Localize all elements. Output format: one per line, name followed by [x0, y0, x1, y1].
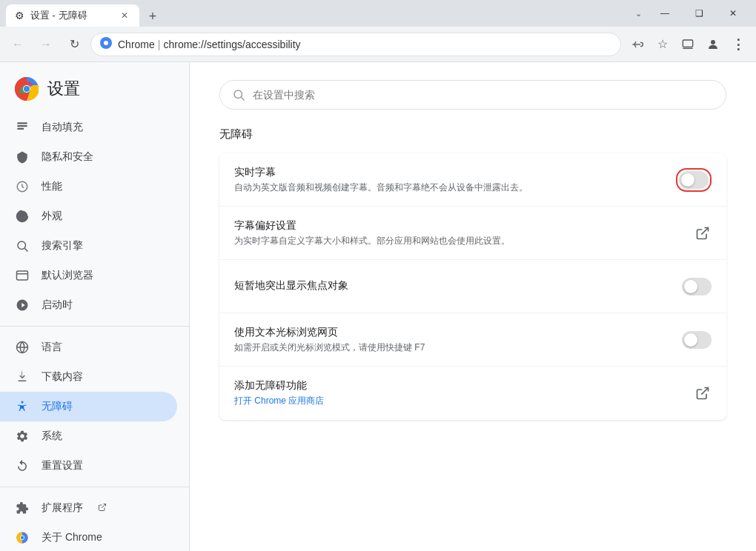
svg-rect-14: [17, 271, 28, 280]
svg-line-25: [701, 388, 708, 395]
chrome-logo: [15, 77, 39, 101]
navbar: ← → ↻ Chrome|chrome://settings/accessibi…: [0, 27, 756, 62]
tab-favicon: ⚙: [15, 10, 24, 21]
sidebar-item-language[interactable]: 语言: [0, 333, 177, 362]
setting-info-captions: 实时字幕 自动为英文版音频和视频创建字幕。音频和字幕绝不会从设备中泄露出去。: [234, 166, 676, 194]
setting-info-add-accessibility: 添加无障碍功能 打开 Chrome 应用商店: [234, 379, 694, 407]
minimize-button[interactable]: —: [648, 0, 682, 27]
sidebar-item-startup[interactable]: 启动时: [0, 290, 177, 320]
sidebar-item-reset[interactable]: 重置设置: [0, 451, 177, 481]
window-controls: ⌄ — ❑ ✕: [635, 0, 750, 27]
sidebar-item-appearance[interactable]: 外观: [0, 201, 177, 231]
svg-point-21: [21, 536, 24, 540]
setting-name-add-accessibility: 添加无障碍功能: [234, 379, 694, 393]
sidebar-item-accessibility[interactable]: 无障碍: [0, 392, 177, 421]
sidebar-item-extensions[interactable]: 扩展程序: [0, 493, 177, 523]
sidebar-item-search[interactable]: 搜索引擎: [0, 231, 177, 261]
sidebar-label-system: 系统: [42, 430, 62, 443]
captions-toggle[interactable]: [679, 171, 709, 189]
tab-search-button[interactable]: [676, 33, 700, 56]
refresh-button[interactable]: ↻: [62, 33, 86, 56]
accessibility-icon: [15, 399, 30, 414]
address-bar[interactable]: Chrome|chrome://settings/accessibility: [90, 33, 621, 56]
setting-desc-add-accessibility[interactable]: 打开 Chrome 应用商店: [234, 394, 694, 407]
address-favicon: [100, 37, 112, 52]
captions-toggle-highlight: [676, 168, 712, 192]
share-button[interactable]: [626, 33, 649, 56]
setting-name-caption-prefs: 字幕偏好设置: [234, 219, 694, 233]
nav-actions: ☆ ⋮: [626, 33, 750, 56]
setting-info-caption-prefs: 字幕偏好设置 为实时字幕自定义字幕大小和样式。部分应用和网站也会使用此设置。: [234, 219, 694, 247]
address-url: chrome://settings/accessibility: [163, 39, 300, 50]
svg-line-18: [102, 504, 106, 508]
add-accessibility-external-link[interactable]: [694, 384, 712, 402]
language-icon: [15, 340, 30, 355]
sidebar-label-language: 语言: [42, 341, 62, 354]
titlebar: ⚙ 设置 - 无障碍 ✕ + ⌄ — ❑ ✕: [0, 0, 756, 27]
section-title: 无障碍: [219, 127, 726, 141]
sidebar-label-privacy: 隐私和安全: [42, 150, 93, 164]
focus-toggle[interactable]: [682, 278, 712, 295]
reset-icon: [15, 458, 30, 473]
active-tab[interactable]: ⚙ 设置 - 无障碍 ✕: [6, 4, 139, 27]
sidebar-title: 设置: [47, 78, 80, 100]
svg-line-13: [24, 248, 27, 251]
about-icon: [15, 530, 30, 545]
sidebar-label-autofill: 自动填充: [42, 121, 83, 134]
setting-desc-captions: 自动为英文版音频和视频创建字幕。音频和字幕绝不会从设备中泄露出去。: [234, 181, 676, 194]
extensions-external-icon: [98, 503, 107, 514]
address-text: Chrome|chrome://settings/accessibility: [118, 39, 301, 50]
forward-button[interactable]: →: [34, 33, 58, 56]
tab-close-button[interactable]: ✕: [119, 10, 130, 21]
svg-point-4: [711, 40, 715, 44]
svg-point-17: [21, 401, 24, 404]
address-site: Chrome: [118, 39, 155, 50]
sidebar-label-appearance: 外观: [42, 210, 62, 223]
svg-point-12: [18, 241, 26, 250]
svg-rect-10: [17, 128, 24, 130]
tab-strip: ⚙ 设置 - 无障碍 ✕ +: [6, 0, 635, 27]
setting-row-caret: 使用文本光标浏览网页 如需开启或关闭光标浏览模式，请使用快捷键 F7: [219, 313, 726, 367]
caret-toggle[interactable]: [682, 331, 712, 349]
startup-icon: [15, 298, 30, 313]
setting-info-focus: 短暂地突出显示焦点对象: [234, 279, 682, 294]
new-tab-button[interactable]: +: [142, 6, 163, 27]
bookmark-button[interactable]: ☆: [651, 33, 674, 56]
autofill-icon: [15, 120, 30, 135]
appearance-icon: [15, 209, 30, 224]
search-icon: [15, 238, 30, 253]
profile-button[interactable]: [701, 33, 725, 56]
privacy-icon: [15, 150, 30, 164]
sidebar-label-search: 搜索引擎: [42, 239, 83, 253]
sidebar-item-system[interactable]: 系统: [0, 421, 177, 451]
sidebar-item-browser[interactable]: 默认浏览器: [0, 261, 177, 290]
close-button[interactable]: ✕: [716, 0, 750, 27]
settings-card: 实时字幕 自动为英文版音频和视频创建字幕。音频和字幕绝不会从设备中泄露出去。 字…: [219, 153, 726, 420]
search-input[interactable]: [253, 89, 714, 101]
setting-row-caption-prefs: 字幕偏好设置 为实时字幕自定义字幕大小和样式。部分应用和网站也会使用此设置。: [219, 207, 726, 260]
captions-toggle-knob: [681, 173, 694, 187]
back-button[interactable]: ←: [6, 33, 30, 56]
sidebar-label-about: 关于 Chrome: [42, 531, 102, 544]
svg-point-7: [24, 86, 30, 92]
setting-row-add-accessibility: 添加无障碍功能 打开 Chrome 应用商店: [219, 367, 726, 420]
svg-rect-8: [17, 122, 27, 124]
search-input-wrapper[interactable]: [219, 80, 726, 110]
svg-rect-2: [683, 40, 692, 47]
extensions-icon: [15, 501, 30, 515]
sidebar-item-autofill[interactable]: 自动填充: [0, 113, 177, 142]
sidebar-item-privacy[interactable]: 隐私和安全: [0, 142, 177, 172]
setting-name-caret: 使用文本光标浏览网页: [234, 326, 682, 339]
svg-point-1: [104, 41, 108, 45]
svg-point-22: [234, 90, 242, 98]
sidebar-item-downloads[interactable]: 下载内容: [0, 362, 177, 392]
sidebar-item-about[interactable]: 关于 Chrome: [0, 523, 177, 551]
sidebar-label-accessibility: 无障碍: [42, 400, 73, 413]
sidebar-label-downloads: 下载内容: [42, 370, 83, 384]
sidebar-item-performance[interactable]: 性能: [0, 172, 177, 201]
caption-prefs-external-link[interactable]: [694, 224, 712, 242]
menu-button[interactable]: ⋮: [726, 33, 750, 56]
sidebar-label-browser: 默认浏览器: [42, 269, 93, 282]
setting-name-captions: 实时字幕: [234, 166, 676, 179]
restore-button[interactable]: ❑: [682, 0, 716, 27]
